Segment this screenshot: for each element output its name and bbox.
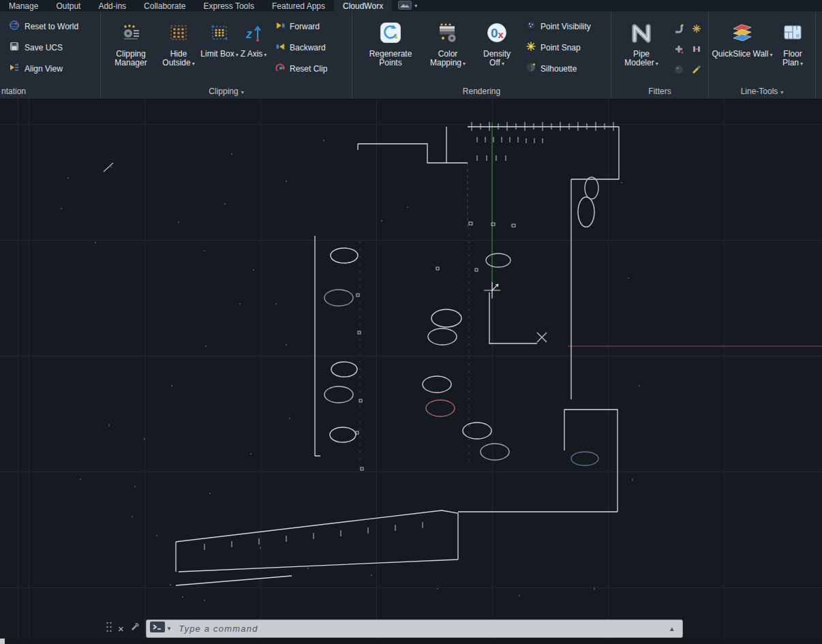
reset-clip-button[interactable]: Reset Clip: [275, 58, 327, 79]
svg-text:0: 0: [491, 26, 498, 40]
panel-label-fitters[interactable]: Fitters: [611, 85, 708, 99]
tab-output[interactable]: Output: [47, 0, 89, 12]
clipping-manager-button[interactable]: Clipping Manager: [105, 16, 157, 79]
button-label: Density Off: [483, 49, 511, 67]
panel-label-rendering[interactable]: Rendering: [352, 85, 611, 99]
panel-label-orientation[interactable]: ntation: [0, 85, 100, 99]
dark-sphere-button[interactable]: [673, 64, 684, 78]
button-label: Reset to World: [25, 22, 78, 31]
color-mapping-button[interactable]: Color Mapping▾: [421, 16, 475, 79]
chevron-down-icon: ▾: [414, 3, 417, 9]
z-axis-icon: z: [244, 16, 263, 50]
panel-fitters: Pipe Modeler▾ Fitters: [611, 12, 709, 99]
close-icon[interactable]: ×: [118, 624, 124, 634]
chevron-down-icon: ▾: [656, 61, 658, 67]
point-cloud-walls: [176, 127, 619, 585]
panel-orientation: Reset to World Save UCS Align View ntati…: [0, 12, 101, 99]
ucs-origin-icon: [484, 282, 500, 298]
button-label: QuickSlice Wall: [712, 49, 769, 59]
align-view-button[interactable]: Align View: [0, 58, 100, 79]
cursor-x-marker: [537, 333, 547, 342]
save-ucs-button[interactable]: Save UCS: [0, 37, 100, 58]
limit-box-icon: [210, 16, 229, 50]
limit-box-button[interactable]: Limit Box▾: [200, 16, 239, 79]
svg-text:x: x: [498, 29, 504, 40]
drawing-viewport[interactable]: [0, 99, 822, 644]
point-visibility-button[interactable]: Point Visibility: [526, 16, 591, 37]
save-ucs-icon: [9, 41, 20, 54]
chevron-down-icon: ▾: [192, 61, 195, 67]
button-label: Hide Outside: [162, 49, 190, 67]
hide-outside-button[interactable]: Hide Outside▾: [157, 16, 200, 79]
button-label: Z Axis: [241, 49, 263, 59]
tab-featured-apps[interactable]: Featured Apps: [263, 0, 334, 12]
forward-icon: [275, 20, 286, 33]
command-line-dock: × ▾ ▲: [106, 619, 683, 638]
button-label: Point Visibility: [541, 22, 591, 31]
ribbon-tab-bar: Manage Output Add-ins Collaborate Expres…: [0, 0, 822, 12]
quickslice-wall-button[interactable]: QuickSlice Wall▾: [712, 16, 773, 68]
image-icon: [398, 1, 412, 12]
chevron-down-icon: ▾: [264, 52, 267, 58]
flange-fitting-button[interactable]: [691, 44, 702, 57]
regenerate-points-icon: [380, 16, 401, 50]
point-cloud-hatch: [204, 122, 613, 550]
button-label: Silhouette: [541, 64, 577, 74]
elbow-fitting-button[interactable]: [673, 23, 684, 37]
panel-label-line-tools[interactable]: Line-Tools▾: [709, 85, 815, 99]
regenerate-points-button[interactable]: Regenerate Points: [361, 16, 421, 79]
drag-handle-icon[interactable]: [106, 621, 112, 636]
chevron-down-icon: ▾: [463, 61, 466, 67]
chevron-down-icon[interactable]: ▾: [168, 625, 171, 632]
pipe-modeler-icon: [629, 16, 654, 50]
chevron-down-icon: ▾: [800, 61, 803, 67]
chevron-down-icon: ▾: [780, 89, 783, 95]
ribbon-display-toggle[interactable]: ▾: [392, 0, 423, 12]
command-input[interactable]: [173, 624, 682, 634]
tab-add-ins[interactable]: Add-ins: [89, 0, 135, 12]
point-cloud-canvas: [0, 99, 822, 644]
command-bar[interactable]: ▾ ▲: [146, 619, 683, 638]
reset-to-world-icon: [9, 20, 20, 33]
sparkle-fitting-button[interactable]: [691, 23, 702, 37]
hide-outside-icon: [169, 16, 188, 50]
backward-button[interactable]: Backward: [275, 37, 327, 58]
button-label: Point Snap: [541, 43, 581, 52]
chevron-down-icon: ▾: [241, 89, 244, 95]
reset-to-world-button[interactable]: Reset to World: [0, 16, 100, 37]
button-label: Pipe Modeler: [624, 49, 654, 67]
wrench-icon[interactable]: [130, 622, 140, 635]
status-corner-chip: [0, 639, 5, 644]
silhouette-icon: [526, 62, 536, 75]
z-axis-button[interactable]: z Z Axis▾: [239, 16, 269, 79]
chevron-down-icon: ▾: [770, 52, 772, 58]
panel-label-clipping[interactable]: Clipping▾: [101, 85, 352, 99]
ribbon: Reset to World Save UCS Align View ntati…: [0, 12, 822, 99]
tab-cloudworx[interactable]: CloudWorx: [334, 0, 392, 12]
silhouette-button[interactable]: Silhouette: [526, 58, 591, 79]
button-label: Color Mapping: [430, 49, 461, 67]
forward-button[interactable]: Forward: [275, 16, 327, 37]
button-label: Limit Box: [200, 49, 234, 59]
command-prompt-icon: [150, 622, 165, 635]
density-off-button[interactable]: 0x Density Off▾: [475, 16, 519, 79]
panel-clipping: Clipping Manager Hide Outside▾ Limit Box…: [101, 12, 352, 99]
status-bar-strip: [0, 639, 822, 644]
button-label: Reset Clip: [290, 64, 327, 74]
chevron-up-icon[interactable]: ▲: [669, 625, 675, 632]
button-label: Backward: [290, 43, 326, 52]
pencil-fitting-button[interactable]: [691, 64, 702, 78]
reset-clip-icon: [275, 63, 286, 75]
tee-fitting-button[interactable]: [673, 44, 684, 57]
point-cloud-noise: [61, 140, 639, 600]
point-cloud-fixtures: [324, 177, 598, 465]
point-cloud-partitions: [360, 163, 469, 471]
floor-plan-button[interactable]: Floor Plan▾: [773, 16, 812, 68]
point-snap-button[interactable]: Point Snap: [526, 37, 591, 58]
tab-manage[interactable]: Manage: [0, 0, 47, 12]
tab-express-tools[interactable]: Express Tools: [194, 0, 262, 12]
autocad-window: Manage Output Add-ins Collaborate Expres…: [0, 0, 822, 644]
pipe-modeler-button[interactable]: Pipe Modeler▾: [615, 16, 667, 81]
tab-collaborate[interactable]: Collaborate: [135, 0, 194, 12]
button-label: Regenerate Points: [369, 49, 412, 67]
